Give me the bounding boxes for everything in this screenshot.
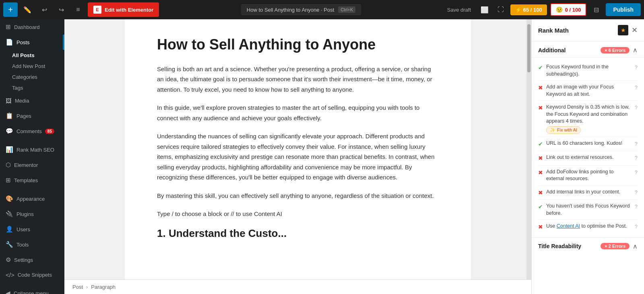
list-icon: ≡ [76,6,80,13]
check-item-5: ✖ Add DoFollow links pointing to externa… [538,166,638,186]
sidebar-sub-categories[interactable]: Categories [0,72,64,82]
keyboard-shortcut-badge: Ctrl+K [338,6,355,13]
edit-with-elementor-button[interactable]: E Edit with Elementor [88,2,159,17]
help-icon-3[interactable]: ? [635,140,638,148]
check-icon-8: ✖ [538,223,543,231]
post-heading-1[interactable]: How to Sell Anything to Anyone [157,35,439,54]
sidebar-item-pages[interactable]: 📋 Pages [0,108,64,123]
help-icon-6[interactable]: ? [635,189,638,196]
sidebar-item-code-snippets[interactable]: </> Code Snippets [0,267,64,282]
help-icon-4[interactable]: ? [635,154,638,162]
sidebar-item-plugins[interactable]: 🔌 Plugins [0,206,64,222]
list-view-button[interactable]: ≡ [71,2,85,17]
sidebar-dashboard-label: Dashboard [14,24,40,30]
check-item-7: ✔ You haven't used this Focus Keyword be… [538,200,638,220]
editor-scrollbar[interactable] [526,19,531,280]
fix-with-ai-button[interactable]: ✨ Fix with AI [546,126,581,134]
settings-panel-button[interactable]: ⊟ [590,3,603,16]
help-icon-1[interactable]: ? [635,84,638,91]
title-readability-toggle[interactable]: ∧ [633,243,638,250]
undo-button[interactable]: ↩ [37,2,52,17]
content-ai-score-button[interactable]: 😟 0 / 100 [550,3,587,16]
toolbar-center: How to Sell Anything to Anyone · Post Ct… [161,4,440,15]
sidebar-item-rank-math[interactable]: 📊 Rank Math SEO [0,142,64,157]
check-text-0: Focus Keyword found in the subheading(s)… [546,64,632,78]
panel-close-button[interactable]: ✕ [632,26,638,35]
sidebar-item-posts[interactable]: 📄 Posts [0,35,64,50]
rankmath-panel: Rank Math ★ ✕ Additional × 6 Errors ∧ ✔ … [531,19,644,294]
sidebar-item-elementor[interactable]: ⬡ Elementor [0,157,64,173]
panel-title: Rank Math [538,27,618,34]
sidebar-sub-all-posts[interactable]: All Posts [0,50,64,61]
sidebar-sub-tags[interactable]: Tags [0,82,64,93]
check-item-6: ✖ Add internal links in your content. ? [538,186,638,200]
block-placeholder[interactable]: Type / to choose a block or // to use Co… [157,209,439,219]
redo-icon: ↪ [59,6,64,14]
fix-ai-label: Fix with AI [557,127,577,132]
additional-section-toggle[interactable]: ∧ [633,46,638,54]
post-body[interactable]: Selling is both an art and a science. Wh… [157,64,439,240]
check-text-4: Link out to external resources. [546,154,632,161]
sidebar-item-appearance[interactable]: 🎨 Appearance [0,191,64,206]
sidebar-item-dashboard[interactable]: ⊞ Dashboard [0,19,64,35]
sidebar-users-label: Users [17,226,30,232]
paragraph-4[interactable]: By mastering this skill, you can effecti… [157,191,439,201]
sidebar-sub-add-new[interactable]: Add New Post [0,61,64,72]
help-icon-5[interactable]: ? [635,169,638,176]
content-ai-score-label: 0 / 100 [565,7,581,13]
sidebar-templates-label: Templates [14,177,38,183]
paragraph-1[interactable]: Selling is both an art and a science. Wh… [157,64,439,95]
panel-star-button[interactable]: ★ [618,25,628,35]
sidebar-item-users[interactable]: 👤 Users [0,222,64,237]
check-icon-5: ✖ [538,169,543,177]
check-list: ✔ Focus Keyword found in the subheading(… [532,58,644,237]
add-block-button[interactable]: + [3,2,18,17]
sidebar-item-comments[interactable]: 💬 Comments 85 [0,123,64,139]
content-ai-link[interactable]: Content AI [557,223,580,229]
fullscreen-button[interactable]: ⛶ [494,3,507,16]
redo-button[interactable]: ↪ [54,2,68,17]
paragraph-3[interactable]: Understanding the nuances of selling can… [157,131,439,183]
post-heading-2-partial[interactable]: 1. Understand the Custo... [157,227,439,240]
help-icon-2[interactable]: ? [635,104,638,111]
elementor-button-label: Edit with Elementor [105,7,153,13]
check-icon-3: ✔ [538,140,543,148]
sidebar-settings-label: Settings [14,257,33,263]
check-text-5: Add DoFollow links pointing to external … [546,169,632,183]
help-icon-8[interactable]: ? [635,223,638,230]
plugins-icon: 🔌 [6,210,13,218]
pages-icon: 📋 [6,112,13,119]
sidebar-posts-label: Posts [17,39,30,45]
check-text-2: Keyword Density is 0.35 which is low, th… [546,104,632,134]
paragraph-2[interactable]: In this guide, we'll explore proven stra… [157,103,439,123]
save-draft-button[interactable]: Save draft [443,4,475,15]
posts-icon: 📄 [6,39,13,46]
edit-pen-button[interactable]: ✏️ [20,2,35,17]
check-item-8: ✖ Use Content AI to optimise the Post. ? [538,220,638,234]
check-item-2: ✖ Keyword Density is 0.35 which is low, … [538,101,638,137]
settings-icon: ⚙ [6,256,11,263]
comments-badge: 85 [45,129,54,134]
check-icon-2: ✖ [538,104,543,112]
sidebar-item-templates[interactable]: ⊞ Templates [0,173,64,188]
sidebar-item-settings[interactable]: ⚙ Settings [0,252,64,267]
sidebar-rankmath-label: Rank Math SEO [17,147,54,153]
elementor-sidebar-icon: ⬡ [6,161,11,169]
post-title-text: How to Sell Anything to Anyone · Post [247,7,334,13]
seo-score-button[interactable]: ⚡ 65 / 100 [510,4,547,15]
sad-face-icon: 😟 [556,6,563,13]
sidebar-code-snippets-label: Code Snippets [18,272,52,278]
breadcrumb-paragraph: Paragraph [91,284,116,290]
collapse-icon: ◀ [6,290,10,294]
content-area: How to Sell Anything to Anyone Selling i… [64,19,531,294]
preview-icon-button[interactable]: ⬜ [478,3,491,16]
sidebar-item-media[interactable]: 🖼 Media [0,93,64,108]
help-icon-7[interactable]: ? [635,203,638,210]
toolbar-right: Save draft ⬜ ⛶ ⚡ 65 / 100 😟 0 / 100 ⊟ Pu… [443,3,641,16]
sidebar-collapse-menu[interactable]: ◀ Collapse menu [0,286,64,294]
editor-scroll[interactable]: How to Sell Anything to Anyone Selling i… [64,19,531,280]
sidebar-item-tools[interactable]: 🔧 Tools [0,237,64,252]
tools-icon: 🔧 [6,241,13,248]
help-icon-0[interactable]: ? [635,64,638,71]
publish-button[interactable]: Publish [606,3,641,16]
